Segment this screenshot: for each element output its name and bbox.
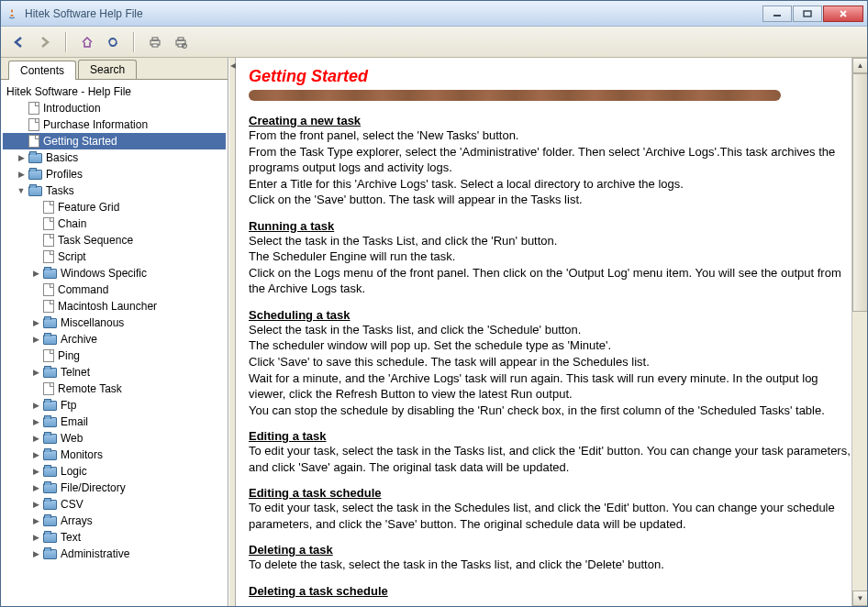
section-text: From the Task Type explorer, select the … — [249, 144, 854, 176]
section-text: Click on the 'Save' button. The task wil… — [249, 192, 854, 208]
section-text: Click 'Save' to save this schedule. The … — [249, 354, 854, 370]
folder-icon — [28, 170, 42, 180]
section-text: To edit your task, select the task in th… — [249, 500, 854, 532]
section-text: From the front panel, select the 'New Ta… — [249, 127, 854, 144]
page-icon — [43, 283, 54, 296]
tree-item-remote-task[interactable]: Remote Task — [3, 381, 226, 397]
print-button[interactable] — [144, 31, 166, 53]
expand-icon[interactable]: ▶ — [16, 169, 27, 180]
tree-item-arrays[interactable]: ▶Arrays — [3, 513, 226, 529]
tree-item-basics[interactable]: ▶Basics — [3, 149, 226, 166]
section-text: To edit your task, select the task in th… — [249, 443, 854, 475]
page-icon — [43, 300, 54, 313]
back-button[interactable] — [8, 31, 30, 53]
tree-item-script[interactable]: Script — [3, 248, 226, 265]
tree-item-telnet[interactable]: ▶Telnet — [3, 364, 226, 381]
folder-icon — [43, 269, 57, 279]
minimize-button[interactable] — [762, 6, 792, 22]
folder-icon — [43, 434, 57, 444]
tree-item-ftp[interactable]: ▶Ftp — [3, 397, 226, 414]
tree-root[interactable]: Hitek Software - Help File — [3, 83, 226, 100]
splitter[interactable]: ◀ — [228, 58, 236, 606]
scroll-down-button[interactable]: ▼ — [852, 590, 867, 606]
folder-icon — [43, 549, 57, 559]
expand-icon[interactable]: ▶ — [30, 367, 41, 378]
tree-item-task-sequence[interactable]: Task Sequence — [3, 232, 226, 248]
tree-item-windows-specific[interactable]: ▶Windows Specific — [3, 265, 226, 281]
section-text: To delete the task, select the task in t… — [249, 557, 854, 573]
tree-item-mac-launcher[interactable]: Macintosh Launcher — [3, 298, 226, 315]
svg-rect-6 — [178, 38, 184, 40]
print-setup-button[interactable] — [170, 31, 192, 53]
expand-icon[interactable]: ▶ — [30, 416, 41, 427]
page-icon — [43, 250, 54, 263]
page-icon — [28, 118, 39, 131]
section-heading: Editing a task — [249, 429, 854, 443]
folder-icon — [43, 516, 57, 526]
expand-icon[interactable]: ▶ — [30, 532, 41, 543]
tab-search[interactable]: Search — [78, 60, 137, 79]
section-text: The Scheduler Engine will run the task. — [249, 248, 854, 265]
tree-item-administrative[interactable]: ▶Administrative — [3, 546, 226, 562]
tree-item-tasks[interactable]: ▼Tasks — [3, 182, 226, 199]
close-button[interactable] — [823, 6, 863, 22]
collapse-icon[interactable]: ▼ — [16, 185, 27, 196]
expand-icon[interactable]: ▶ — [30, 334, 41, 345]
tree-item-csv[interactable]: ▶CSV — [3, 496, 226, 513]
scroll-up-button[interactable]: ▲ — [852, 58, 867, 73]
section-text: The scheduler window will pop up. Set th… — [249, 337, 854, 354]
folder-icon — [28, 153, 42, 163]
tree-item-ping[interactable]: Ping — [3, 348, 226, 364]
expand-icon[interactable]: ▶ — [16, 152, 27, 163]
tree-item-command[interactable]: Command — [3, 281, 226, 298]
expand-icon[interactable]: ▶ — [30, 499, 41, 510]
toolbar-separator — [133, 32, 135, 52]
scrollbar[interactable]: ▲ ▼ — [851, 58, 867, 606]
section-heading: Creating a new task — [249, 114, 854, 127]
titlebar[interactable]: Hitek Software Help File — [1, 1, 867, 27]
tree-item-profiles[interactable]: ▶Profiles — [3, 166, 226, 182]
tab-row: Contents Search — [1, 58, 228, 80]
forward-button[interactable] — [34, 31, 56, 53]
folder-icon — [43, 500, 57, 510]
section-text: Wait for a minute, and the 'Archive Logs… — [249, 370, 854, 403]
svg-rect-3 — [152, 38, 158, 40]
decorative-bar — [249, 90, 781, 101]
tree-item-chain[interactable]: Chain — [3, 215, 226, 232]
expand-icon[interactable]: ▶ — [30, 268, 41, 279]
tab-contents[interactable]: Contents — [8, 61, 76, 80]
tree-item-misc[interactable]: ▶Miscellanous — [3, 315, 226, 331]
expand-icon[interactable]: ▶ — [30, 515, 41, 526]
expand-icon[interactable]: ▶ — [30, 466, 41, 477]
page-icon — [43, 382, 54, 395]
tree-item-monitors[interactable]: ▶Monitors — [3, 447, 226, 463]
expand-icon[interactable]: ▶ — [30, 449, 41, 460]
scroll-thumb[interactable] — [852, 73, 867, 312]
section-heading: Editing a task schedule — [249, 486, 854, 500]
page-icon — [43, 349, 54, 362]
content-pane: Getting Started Creating a new task From… — [236, 58, 867, 606]
maximize-button[interactable] — [793, 6, 822, 22]
expand-icon[interactable]: ▶ — [30, 482, 41, 493]
tree-item-text[interactable]: ▶Text — [3, 529, 226, 546]
tree-item-logic[interactable]: ▶Logic — [3, 463, 226, 480]
tree-item-file-directory[interactable]: ▶File/Directory — [3, 480, 226, 496]
refresh-button[interactable] — [102, 31, 124, 53]
home-button[interactable] — [76, 31, 98, 53]
expand-icon[interactable]: ▶ — [30, 317, 41, 328]
tree-item-getting-started[interactable]: Getting Started — [3, 133, 226, 149]
tree-item-archive[interactable]: ▶Archive — [3, 331, 226, 348]
section-text: Click on the Logs menu of the front pane… — [249, 265, 854, 297]
tree-item-introduction[interactable]: Introduction — [3, 100, 226, 116]
tree-item-web[interactable]: ▶Web — [3, 430, 226, 447]
expand-icon[interactable]: ▶ — [30, 400, 41, 411]
expand-icon[interactable]: ▶ — [30, 433, 41, 444]
expand-icon[interactable]: ▶ — [30, 548, 41, 559]
tree-item-email[interactable]: ▶Email — [3, 414, 226, 430]
tree-view[interactable]: Hitek Software - Help File Introduction … — [1, 80, 228, 606]
left-panel: Contents Search Hitek Software - Help Fi… — [1, 58, 228, 606]
page-icon — [43, 217, 54, 230]
tree-item-feature-grid[interactable]: Feature Grid — [3, 199, 226, 215]
folder-icon — [43, 483, 57, 493]
tree-item-purchase[interactable]: Purchase Information — [3, 116, 226, 133]
